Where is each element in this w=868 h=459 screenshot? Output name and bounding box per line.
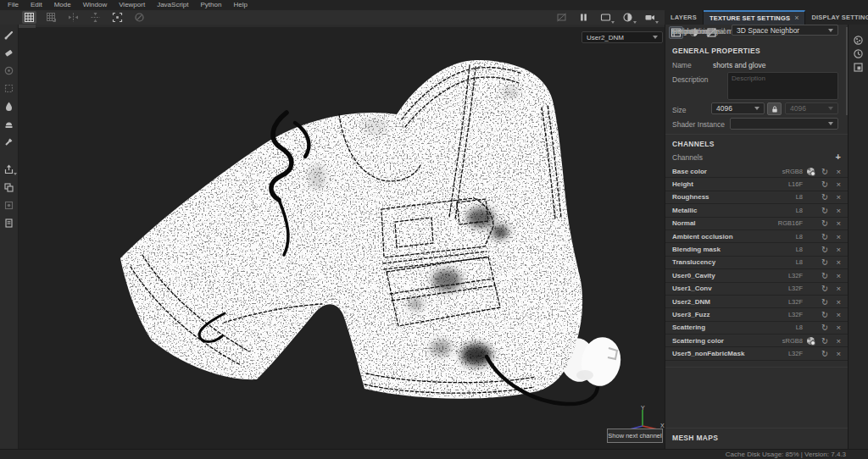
material-ball-icon[interactable]: [853, 34, 865, 46]
history-clock-icon[interactable]: [853, 47, 865, 59]
channel-row[interactable]: User1_Conv L32F ↻ ×: [665, 283, 849, 296]
recompute-channel-icon[interactable]: ↻: [821, 337, 828, 345]
recompute-channel-icon[interactable]: ↻: [821, 193, 828, 201]
resources-updater-icon[interactable]: [3, 218, 15, 229]
delete-channel-icon[interactable]: ×: [836, 337, 841, 345]
snap-grid-icon[interactable]: [22, 11, 36, 24]
channel-format-dropdown[interactable]: RGB16F: [778, 219, 803, 227]
channel-format-dropdown[interactable]: L32F: [788, 350, 803, 357]
delete-channel-icon[interactable]: ×: [836, 311, 841, 318]
channel-row[interactable]: Scattering L8 ↻ ×: [665, 322, 849, 335]
channel-format-dropdown[interactable]: sRGB8: [782, 337, 803, 345]
channel-format-dropdown[interactable]: L8: [796, 246, 803, 253]
menu-item[interactable]: Help: [227, 0, 253, 10]
channel-row[interactable]: Translucency L8 ↻ ×: [665, 257, 849, 269]
panel-tab[interactable]: LAYERS: [665, 10, 704, 25]
channel-row[interactable]: Normal RGB16F ↻ ×: [665, 218, 849, 230]
disable-overlay-icon[interactable]: [132, 11, 147, 24]
channel-row[interactable]: User0_Cavity L32F ↻ ×: [665, 269, 849, 282]
recompute-channel-icon[interactable]: ↻: [821, 233, 828, 241]
recompute-channel-icon[interactable]: ↻: [821, 246, 828, 253]
tab-close-icon[interactable]: ×: [794, 14, 798, 22]
channel-format-dropdown[interactable]: L16F: [788, 180, 803, 188]
recompute-channel-icon[interactable]: ↻: [821, 311, 828, 318]
channel-row[interactable]: User5_nonFabricMask L32F ↻ ×: [665, 347, 849, 360]
name-value[interactable]: shorts and glove: [713, 61, 765, 69]
shader-instance-dropdown[interactable]: [730, 118, 838, 130]
recompute-channel-icon[interactable]: ↻: [821, 180, 828, 188]
channel-format-dropdown[interactable]: L8: [796, 233, 803, 241]
channel-format-dropdown[interactable]: L8: [796, 207, 803, 214]
viewport-3d[interactable]: User2_DNM Y Z X Show next channel: [19, 25, 665, 449]
recompute-channel-icon[interactable]: ↻: [821, 298, 828, 306]
channel-row[interactable]: User2_DNM L32F ↻ ×: [665, 296, 849, 308]
recompute-channel-icon[interactable]: ↻: [821, 350, 828, 357]
panel-tab[interactable]: DISPLAY SETTINGS: [805, 10, 868, 25]
delete-channel-icon[interactable]: ×: [836, 298, 841, 306]
eraser-tool-icon[interactable]: [3, 47, 15, 58]
menu-item[interactable]: Mode: [48, 0, 77, 10]
pause-engine-icon[interactable]: [576, 11, 591, 24]
uv-grid-icon[interactable]: [44, 11, 58, 24]
channel-format-dropdown[interactable]: L32F: [788, 298, 803, 306]
recompute-channel-icon[interactable]: ↻: [821, 219, 828, 227]
channel-format-dropdown[interactable]: L32F: [788, 272, 803, 279]
delete-channel-icon[interactable]: ×: [836, 233, 841, 241]
display-mode-icon[interactable]: [598, 11, 613, 24]
channel-row[interactable]: Metallic L8 ↻ ×: [665, 204, 849, 217]
channel-row[interactable]: Blending mask L8 ↻ ×: [665, 243, 849, 256]
recompute-channel-icon[interactable]: ↻: [821, 207, 828, 214]
assets-panel-icon[interactable]: [3, 182, 15, 193]
recompute-channel-icon[interactable]: ↻: [821, 324, 828, 331]
delete-channel-icon[interactable]: ×: [836, 168, 841, 175]
size-dropdown[interactable]: 4096: [711, 102, 765, 114]
recompute-channel-icon[interactable]: ↻: [821, 285, 828, 292]
delete-channel-icon[interactable]: ×: [836, 180, 841, 188]
menu-item[interactable]: Python: [195, 0, 228, 10]
dock-panel-icon[interactable]: [853, 61, 865, 73]
delete-channel-icon[interactable]: ×: [836, 272, 841, 279]
model-shorts-and-glove[interactable]: [19, 25, 665, 449]
channel-row[interactable]: Base color sRGB8 ↻ ×: [665, 165, 849, 178]
paint-tool-icon[interactable]: [3, 30, 15, 41]
menu-item[interactable]: Window: [77, 0, 113, 10]
delete-channel-icon[interactable]: ×: [836, 285, 841, 292]
delete-channel-icon[interactable]: ×: [836, 258, 841, 266]
channel-row[interactable]: Scattering color sRGB8 ↻ ×: [665, 335, 849, 347]
delete-channel-icon[interactable]: ×: [836, 193, 841, 201]
delete-channel-icon[interactable]: ×: [836, 350, 841, 357]
shading-mode-icon[interactable]: [620, 11, 635, 24]
recompute-channel-icon[interactable]: ↻: [821, 272, 828, 279]
channel-row[interactable]: User3_Fuzz L32F ↻ ×: [665, 308, 849, 321]
export-resources-icon[interactable]: [3, 164, 15, 175]
channel-format-dropdown[interactable]: L8: [796, 258, 803, 266]
polygon-fill-tool-icon[interactable]: [3, 83, 15, 94]
channel-format-dropdown[interactable]: L8: [796, 193, 803, 201]
size-lock-button[interactable]: [767, 102, 782, 115]
menu-item[interactable]: Viewport: [113, 0, 151, 10]
quick-mask-icon[interactable]: [3, 200, 15, 211]
channel-row[interactable]: Roughness L8 ↻ ×: [665, 191, 849, 204]
clone-tool-icon[interactable]: [3, 119, 15, 130]
frame-selection-icon[interactable]: [110, 11, 125, 24]
panel-tab[interactable]: TEXTURE SET SETTINGS ×: [704, 10, 806, 25]
hide-ui-icon[interactable]: [554, 11, 569, 24]
channel-row[interactable]: Height L16F ↻ ×: [665, 178, 849, 191]
channel-format-dropdown[interactable]: L32F: [788, 285, 803, 292]
add-channel-button[interactable]: +: [836, 152, 841, 161]
delete-channel-icon[interactable]: ×: [836, 324, 841, 331]
channel-format-dropdown[interactable]: L8: [796, 324, 803, 331]
channel-row[interactable]: Ambient occlusion L8 ↻ ×: [665, 230, 849, 243]
material-picker-tool-icon[interactable]: [3, 136, 15, 147]
viewport-channel-selector[interactable]: User2_DNM: [581, 31, 663, 43]
recompute-channel-icon[interactable]: ↻: [821, 168, 828, 175]
recompute-channel-icon[interactable]: ↻: [821, 258, 828, 266]
description-input[interactable]: [727, 72, 838, 100]
channel-format-dropdown[interactable]: L32F: [788, 311, 803, 318]
mirror-x-icon[interactable]: [66, 11, 81, 24]
menu-item[interactable]: File: [2, 0, 25, 10]
camera-mode-icon[interactable]: [643, 11, 657, 24]
channel-format-dropdown[interactable]: sRGB8: [782, 168, 803, 175]
menu-item[interactable]: Edit: [25, 0, 48, 10]
delete-channel-icon[interactable]: ×: [836, 219, 841, 227]
